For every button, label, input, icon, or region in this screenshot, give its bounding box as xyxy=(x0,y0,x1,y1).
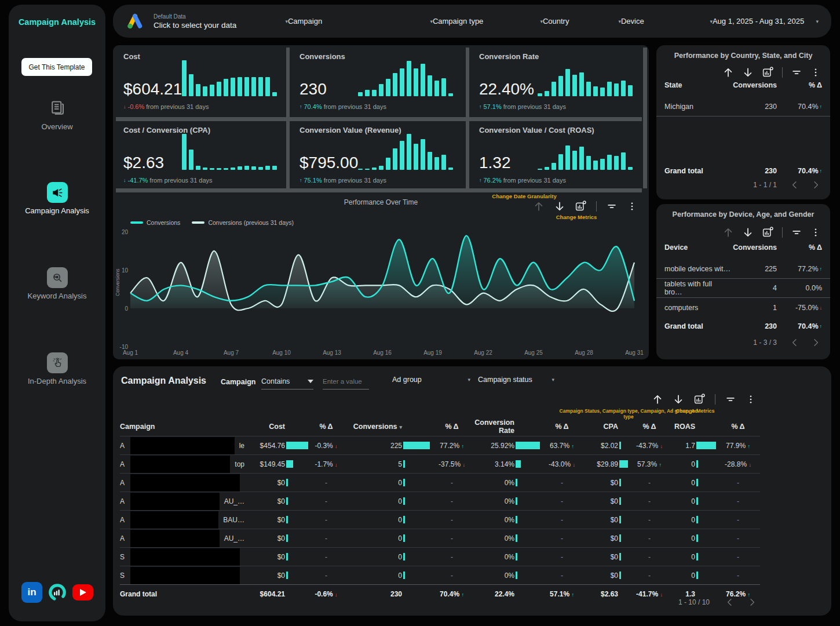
campaign-status-filter[interactable]: Campaign status ▾ xyxy=(478,376,554,384)
pagination-label: 1 - 1 / 1 xyxy=(753,181,777,189)
megaphone-icon xyxy=(47,182,68,203)
more-options-icon[interactable] xyxy=(746,394,756,405)
page-next-icon[interactable] xyxy=(810,337,821,348)
pagination-label: 1 - 3 / 3 xyxy=(753,339,777,347)
social-links: in xyxy=(9,582,105,605)
column-header[interactable]: Device xyxy=(664,243,731,252)
cost-cell: $0 xyxy=(244,479,308,487)
sort-descending-icon[interactable] xyxy=(742,67,754,78)
column-delta: % Δ xyxy=(308,423,344,431)
cost-cell: $149.45 xyxy=(244,460,308,468)
filter-icon[interactable] xyxy=(725,394,736,405)
conversion-rate-cell: 0% xyxy=(474,497,540,505)
page-next-icon[interactable] xyxy=(747,597,757,607)
filter-label: Campaign xyxy=(288,17,322,26)
arrow-down-icon: ↓ xyxy=(820,305,823,311)
page-previous-icon[interactable] xyxy=(790,337,800,348)
redaction-block xyxy=(130,567,240,584)
topbar-filter-campaign-type[interactable]: Campaign type ▾ xyxy=(433,17,543,26)
column-header[interactable]: % Δ xyxy=(777,81,822,89)
conversion-rate-cell: 0% xyxy=(474,572,540,580)
source-value: Click to select your data xyxy=(154,21,236,30)
sidebar-item-label: Campaign Analysis xyxy=(9,206,105,215)
campaign-name-redacted: Atop xyxy=(120,456,244,473)
topbar-filter-country[interactable]: Country ▾ xyxy=(543,17,621,26)
sort-ascending-icon[interactable] xyxy=(722,227,734,238)
sort-ascending-icon[interactable] xyxy=(533,201,545,212)
column-header[interactable]: Conversions xyxy=(731,81,777,89)
optional-metrics-icon[interactable] xyxy=(575,200,587,212)
page-next-icon[interactable] xyxy=(810,180,821,190)
row-name: mobile devices wit… xyxy=(664,265,731,273)
campaign-name-redacted: S xyxy=(120,548,244,566)
sidebar-item-overview[interactable]: Overview xyxy=(9,97,105,131)
filter-icon[interactable] xyxy=(791,67,802,78)
table-title: Campaign Analysis xyxy=(121,376,206,386)
optional-metrics-icon[interactable] xyxy=(762,66,774,78)
column-conversions[interactable]: Conversions▾ xyxy=(344,423,430,431)
get-template-button[interactable]: Get This Template xyxy=(21,58,92,76)
optional-metrics-icon[interactable] xyxy=(762,226,774,238)
divider xyxy=(116,117,642,121)
sort-descending-icon[interactable] xyxy=(742,227,754,238)
row-name: computers xyxy=(664,304,731,312)
roas-cell: 0 xyxy=(669,479,717,487)
kpi-title: Conversions xyxy=(300,52,345,61)
column-header[interactable]: State xyxy=(664,81,731,89)
page-previous-icon[interactable] xyxy=(725,597,735,607)
kpi-value: $795.00 xyxy=(300,154,358,172)
data-source-selector[interactable]: Default Data Click to select your data ▾ xyxy=(154,13,288,30)
conversions-cell: 5 xyxy=(344,460,430,468)
sort-descending-icon[interactable] xyxy=(673,394,684,405)
sort-ascending-icon[interactable] xyxy=(722,67,734,78)
campaign-analysis-table-panel: Campaign Analysis Campaign Contains Ad g… xyxy=(113,366,831,616)
column-campaign: Campaign xyxy=(120,423,244,431)
kpi-card-cost-conversion-cpa-: Cost / Conversion (CPA) $2.63 ↓ -41.7% f… xyxy=(116,121,284,190)
date-range-picker[interactable]: Aug 1, 2025 - Aug 31, 2025 ▾ xyxy=(713,17,819,26)
conversion-rate-cell: 0% xyxy=(474,516,540,524)
row-delta: 70.4%↑ xyxy=(777,103,822,111)
ad-group-filter[interactable]: Ad group ▾ xyxy=(392,376,470,384)
sidebar-item-keyword-analysis[interactable]: Keyword Analysis xyxy=(9,267,105,300)
topbar-filter-campaign[interactable]: Campaign ▾ xyxy=(288,17,433,26)
brand-logo-icon[interactable] xyxy=(47,582,68,603)
topbar-filter-device[interactable]: Device ▾ xyxy=(621,17,713,26)
kpi-delta: ↑ 70.4% from previous 31 days xyxy=(300,103,386,110)
filter-icon[interactable] xyxy=(791,227,802,238)
conversions-cell: 0 xyxy=(344,572,430,580)
more-options-icon[interactable] xyxy=(810,67,821,78)
operator-select[interactable]: Contains xyxy=(261,373,313,390)
pagination-label: 1 - 10 / 10 xyxy=(678,598,710,606)
arrow-up-icon: ↑ xyxy=(820,104,823,110)
sidebar-item-in-depth-analysis[interactable]: In-Depth Analysis xyxy=(9,352,105,385)
linkedin-icon[interactable]: in xyxy=(21,582,42,603)
cpa-cell: $0 xyxy=(583,572,630,580)
table-row: Michigan 230 70.4%↑ xyxy=(656,97,830,117)
google-ads-logo xyxy=(126,13,144,30)
filter-value-input[interactable] xyxy=(323,373,369,390)
column-header[interactable]: % Δ xyxy=(777,243,822,252)
youtube-icon[interactable] xyxy=(72,584,93,600)
filter-icon[interactable] xyxy=(606,201,618,212)
operator-value: Contains xyxy=(261,377,290,385)
row-conversions: 230 xyxy=(731,103,777,111)
kpi-sparkline xyxy=(538,133,633,170)
scrollbar[interactable] xyxy=(643,48,647,188)
row-conversions: 4 xyxy=(731,284,777,292)
sort-descending-icon[interactable] xyxy=(554,201,565,212)
more-options-icon[interactable] xyxy=(810,227,821,238)
page-previous-icon[interactable] xyxy=(790,180,800,190)
sidebar-item-campaign-analysis[interactable]: Campaign Analysis xyxy=(9,182,105,215)
more-options-icon[interactable] xyxy=(627,201,637,212)
arrow-down-icon: ↓ xyxy=(123,104,126,110)
sort-ascending-icon[interactable] xyxy=(652,394,663,405)
toolbar-divider xyxy=(715,394,715,405)
campaign-name-redacted: Ale xyxy=(120,437,244,454)
optional-metrics-icon[interactable] xyxy=(693,393,706,405)
column-header[interactable]: Conversions xyxy=(731,243,777,252)
toolbar-divider xyxy=(782,227,783,238)
roas-cell: 0 xyxy=(669,572,717,580)
row-conversions: 225 xyxy=(731,265,777,273)
chart-legend: ConversionsConversions (previous 31 days… xyxy=(130,219,294,226)
arrow-up-icon: ↑ xyxy=(300,177,302,183)
